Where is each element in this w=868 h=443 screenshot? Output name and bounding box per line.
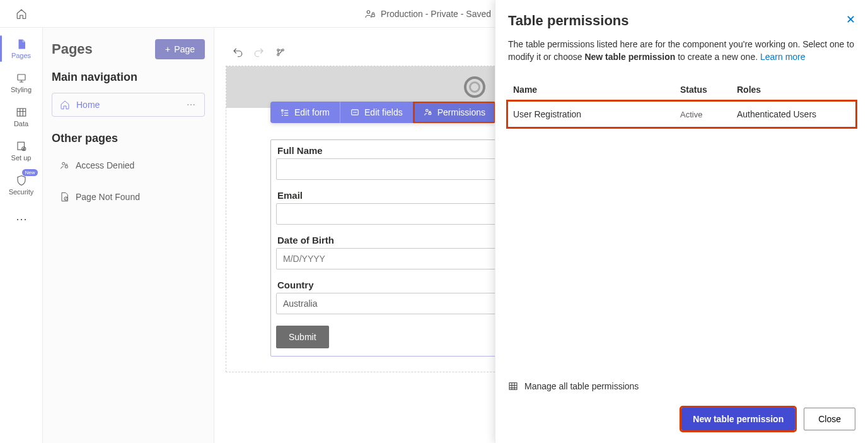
svg-point-11 xyxy=(277,54,279,56)
person-lock-icon xyxy=(59,160,69,170)
svg-point-10 xyxy=(282,49,284,51)
home-icon xyxy=(60,100,70,110)
new-badge: New xyxy=(22,169,37,176)
svg-rect-16 xyxy=(509,383,517,390)
svg-rect-3 xyxy=(17,109,26,116)
environment-text: Production - Private - Saved xyxy=(381,9,491,19)
sidebar-title: Pages xyxy=(52,41,93,57)
link-icon[interactable] xyxy=(275,47,286,58)
manage-permissions-link[interactable]: Manage all table permissions xyxy=(508,381,855,391)
nav-item-page-not-found[interactable]: Page Not Found xyxy=(52,186,205,208)
edit-form-button[interactable]: Edit form xyxy=(270,102,340,123)
panel-description: The table permissions listed here are fo… xyxy=(508,38,855,63)
new-permission-button[interactable]: New table permission xyxy=(681,408,795,430)
svg-rect-15 xyxy=(429,113,431,115)
form-icon xyxy=(281,108,289,117)
home-icon[interactable] xyxy=(0,8,43,20)
people-lock-icon xyxy=(364,8,376,20)
environment-selector[interactable]: Production - Private - Saved xyxy=(364,8,504,20)
fields-icon xyxy=(350,108,359,117)
pages-sidebar: Pages + Page Main navigation Home ⋯ Othe… xyxy=(43,28,214,443)
rail-data[interactable]: Data xyxy=(0,100,43,134)
data-icon xyxy=(16,106,27,119)
rail-pages[interactable]: Pages xyxy=(0,32,43,66)
shield-icon xyxy=(16,174,27,187)
main-nav-title: Main navigation xyxy=(52,71,205,84)
panel-title: Table permissions xyxy=(508,13,629,29)
rail-setup[interactable]: Set up xyxy=(0,134,43,168)
edit-fields-button[interactable]: Edit fields xyxy=(340,102,414,123)
svg-point-6 xyxy=(62,162,65,165)
row-status: Active xyxy=(680,110,737,119)
nav-item-access-denied[interactable]: Access Denied xyxy=(52,154,205,177)
plus-icon: + xyxy=(165,44,170,54)
styling-icon xyxy=(16,72,27,85)
page-blocked-icon xyxy=(59,192,69,202)
learn-more-link[interactable]: Learn more xyxy=(760,52,806,62)
rail-security[interactable]: New Security xyxy=(0,168,43,202)
row-name: User Registration xyxy=(513,109,680,119)
col-roles: Roles xyxy=(737,85,850,95)
redo-icon[interactable] xyxy=(253,47,265,58)
form-toolbar: Edit form Edit fields Permissions xyxy=(270,102,495,123)
undo-icon[interactable] xyxy=(232,47,243,58)
permissions-button[interactable]: Permissions xyxy=(414,102,495,123)
ellipsis-icon: ⋯ xyxy=(16,213,27,225)
svg-rect-2 xyxy=(18,74,25,80)
close-button[interactable]: Close xyxy=(804,408,855,430)
svg-point-0 xyxy=(367,10,370,13)
setup-icon xyxy=(16,140,27,153)
add-page-button[interactable]: + Page xyxy=(155,39,205,59)
logo-icon xyxy=(464,76,485,98)
other-pages-title: Other pages xyxy=(52,132,205,145)
svg-rect-12 xyxy=(282,110,283,111)
nav-item-home[interactable]: Home ⋯ xyxy=(52,93,205,117)
close-icon[interactable]: ✕ xyxy=(846,13,855,27)
col-name: Name xyxy=(513,85,680,95)
table-header: Name Status Roles xyxy=(508,78,855,102)
permission-row[interactable]: User Registration Active Authenticated U… xyxy=(508,102,855,127)
more-icon[interactable]: ⋯ xyxy=(187,100,197,110)
page-icon xyxy=(16,38,27,50)
person-lock-icon xyxy=(424,108,432,117)
row-roles: Authenticated Users xyxy=(737,109,850,119)
rail-styling[interactable]: Styling xyxy=(0,66,43,100)
permissions-panel: Table permissions ✕ The table permission… xyxy=(495,0,868,443)
rail-more[interactable]: ⋯ xyxy=(0,202,43,236)
left-rail: Pages Styling Data Set up New Security ⋯ xyxy=(0,28,43,443)
svg-point-14 xyxy=(425,109,428,112)
svg-point-9 xyxy=(277,49,279,51)
grid-icon xyxy=(508,381,518,391)
svg-rect-7 xyxy=(65,166,67,168)
col-status: Status xyxy=(680,85,737,95)
submit-button[interactable]: Submit xyxy=(276,326,329,348)
svg-rect-1 xyxy=(371,14,374,16)
